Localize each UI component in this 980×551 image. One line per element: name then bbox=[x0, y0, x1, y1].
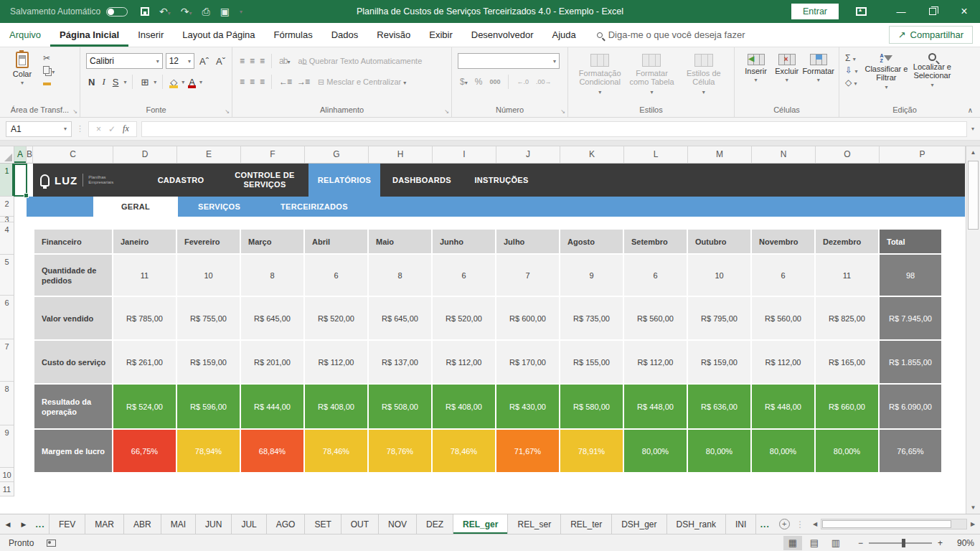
selected-cell-a1[interactable] bbox=[14, 164, 27, 197]
table-cell[interactable]: R$ 755,00 bbox=[177, 297, 240, 339]
underline-button[interactable]: S bbox=[110, 77, 121, 88]
wrap-text-button[interactable]: ab̲ Quebrar Texto Automaticamente bbox=[298, 57, 422, 65]
table-cell[interactable]: 80,00% bbox=[816, 430, 878, 472]
table-cell[interactable]: R$ 600,00 bbox=[496, 297, 559, 339]
menu-tab-arquivo[interactable]: Arquivo bbox=[0, 23, 50, 47]
minimize-button[interactable]: — bbox=[885, 6, 917, 17]
align-top-icon[interactable]: ≡ bbox=[238, 56, 245, 66]
column-header-k[interactable]: K bbox=[560, 146, 624, 163]
confirm-entry-icon[interactable]: ✓ bbox=[108, 124, 116, 134]
table-cell[interactable]: 78,46% bbox=[433, 430, 495, 472]
vertical-scroll-thumb[interactable] bbox=[968, 161, 979, 230]
scroll-right-icon[interactable]: ▶ bbox=[967, 519, 979, 530]
font-color-button[interactable]: A bbox=[187, 77, 197, 88]
column-header-m[interactable]: M bbox=[688, 146, 752, 163]
table-cell[interactable]: R$ 520,00 bbox=[305, 297, 367, 339]
format-as-table-button[interactable]: Formatar como Tabela▾ bbox=[626, 52, 677, 104]
customize-qat-icon[interactable]: ▾ bbox=[240, 9, 242, 15]
page-layout-view-icon[interactable]: ▤ bbox=[805, 536, 824, 550]
nav-tab-instru-es[interactable]: INSTRUÇÕES bbox=[463, 164, 540, 197]
nav-tab-relat-rios[interactable]: RELATÓRIOS bbox=[308, 164, 380, 197]
delete-cells-button[interactable]: × Excluir▾ bbox=[771, 52, 802, 104]
column-header-c[interactable]: C bbox=[33, 146, 113, 163]
sheet-tab-dez[interactable]: DEZ bbox=[417, 514, 453, 534]
column-header-i[interactable]: I bbox=[433, 146, 496, 163]
table-cell[interactable]: 10 bbox=[177, 255, 240, 296]
row-header-4[interactable]: 4 bbox=[0, 222, 14, 255]
menu-tab-dados[interactable]: Dados bbox=[322, 23, 368, 47]
font-size-select[interactable]: 12▾ bbox=[166, 53, 194, 69]
table-total-cell[interactable]: R$ 6.090,00 bbox=[880, 385, 941, 428]
table-cell[interactable]: R$ 448,00 bbox=[624, 385, 687, 428]
align-right-icon[interactable]: ≡ bbox=[258, 77, 265, 87]
table-cell[interactable]: R$ 785,00 bbox=[113, 297, 176, 339]
nav-tab-cadastro[interactable]: CADASTRO bbox=[141, 164, 221, 197]
table-cell[interactable]: R$ 261,00 bbox=[113, 341, 176, 383]
sheet-tab-ago[interactable]: AGO bbox=[267, 514, 306, 534]
align-middle-icon[interactable]: ≡ bbox=[248, 56, 255, 66]
table-cell[interactable]: R$ 408,00 bbox=[433, 385, 495, 428]
table-header-junho[interactable]: Junho bbox=[433, 230, 495, 253]
row-label-custo-do-servi-o[interactable]: Custo do serviço bbox=[34, 341, 112, 383]
sub-tab-terceirizados[interactable]: TERCEIRIZADOS bbox=[260, 197, 368, 217]
table-header-mar-o[interactable]: Março bbox=[241, 230, 303, 253]
table-cell[interactable]: 11 bbox=[816, 255, 878, 296]
table-cell[interactable]: 9 bbox=[560, 255, 623, 296]
increase-indent-icon[interactable]: →≡ bbox=[296, 77, 311, 87]
sheet-tab-mai[interactable]: MAI bbox=[161, 514, 196, 534]
table-cell[interactable]: 11 bbox=[113, 255, 176, 296]
table-cell[interactable]: R$ 112,00 bbox=[433, 341, 495, 383]
orientation-icon[interactable]: ab▾ bbox=[278, 56, 291, 66]
row-label-valor-vendido[interactable]: Valor vendido bbox=[34, 297, 112, 339]
scroll-up-icon[interactable]: ▲ bbox=[966, 146, 980, 159]
sub-tab-geral[interactable]: GERAL bbox=[93, 197, 178, 217]
comma-style-icon[interactable]: 000 bbox=[487, 78, 502, 85]
italic-button[interactable]: I bbox=[100, 76, 107, 88]
zoom-slider[interactable] bbox=[869, 542, 932, 544]
restore-button[interactable] bbox=[917, 6, 948, 17]
sheet-tab-rel-ger[interactable]: REL_ger bbox=[453, 514, 508, 534]
formula-input[interactable] bbox=[141, 121, 967, 137]
camera-icon[interactable]: ▣ bbox=[220, 6, 230, 17]
column-header-g[interactable]: G bbox=[305, 146, 369, 163]
horizontal-scroll-thumb[interactable] bbox=[822, 520, 951, 528]
quick-print-icon[interactable]: ⎙ bbox=[202, 6, 210, 18]
menu-tab-layout-da-p-gina[interactable]: Layout da Página bbox=[173, 23, 264, 47]
column-header-n[interactable]: N bbox=[752, 146, 816, 163]
table-header-maio[interactable]: Maio bbox=[369, 230, 431, 253]
number-dialog-launcher[interactable]: ↘ bbox=[560, 108, 565, 115]
table-cell[interactable]: R$ 795,00 bbox=[688, 297, 750, 339]
table-header-novembro[interactable]: Novembro bbox=[752, 230, 814, 253]
sort-filter-button[interactable]: AZ Classificar e Filtrar▾ bbox=[863, 52, 909, 104]
table-cell[interactable]: R$ 520,00 bbox=[433, 297, 495, 339]
sheet-tab-set[interactable]: SET bbox=[305, 514, 341, 534]
table-cell[interactable]: R$ 660,00 bbox=[816, 385, 878, 428]
table-cell[interactable]: 66,75% bbox=[113, 430, 176, 472]
sheet-tab-jul[interactable]: JUL bbox=[232, 514, 266, 534]
align-left-icon[interactable]: ≡ bbox=[238, 77, 245, 87]
bold-button[interactable]: N bbox=[86, 77, 97, 88]
tell-me-search[interactable]: Diga-me o que você deseja fazer bbox=[597, 29, 745, 40]
row-header-2[interactable]: 2 bbox=[0, 197, 14, 217]
cut-icon[interactable]: ✂ bbox=[43, 53, 55, 63]
table-cell[interactable]: R$ 408,00 bbox=[305, 385, 367, 428]
row-header-10[interactable]: 10 bbox=[0, 468, 14, 482]
table-header-fevereiro[interactable]: Fevereiro bbox=[177, 230, 240, 253]
sheet-tab-ini[interactable]: INI bbox=[726, 514, 756, 534]
shrink-font-button[interactable]: Aˇ bbox=[214, 56, 227, 67]
row-header-5[interactable]: 5 bbox=[0, 255, 14, 296]
font-name-select[interactable]: Calibri▾ bbox=[86, 53, 163, 69]
table-cell[interactable]: 8 bbox=[369, 255, 431, 296]
table-cell[interactable]: R$ 508,00 bbox=[369, 385, 431, 428]
cell-styles-button[interactable]: Estilos de Célula▾ bbox=[678, 52, 730, 104]
menu-tab-exibir[interactable]: Exibir bbox=[420, 23, 462, 47]
share-button[interactable]: ↗ Compartilhar bbox=[889, 26, 973, 44]
table-header-janeiro[interactable]: Janeiro bbox=[113, 230, 176, 253]
table-cell[interactable]: R$ 560,00 bbox=[752, 297, 814, 339]
font-dialog-launcher[interactable]: ↘ bbox=[225, 108, 230, 115]
table-cell[interactable]: R$ 155,00 bbox=[560, 341, 623, 383]
scroll-down-icon[interactable]: ▼ bbox=[966, 501, 980, 514]
table-cell[interactable]: 78,46% bbox=[305, 430, 367, 472]
nav-tab-controle-de-servi-os[interactable]: CONTROLE DE SERVIÇOS bbox=[221, 164, 308, 197]
insert-function-icon[interactable]: fx bbox=[123, 123, 129, 134]
